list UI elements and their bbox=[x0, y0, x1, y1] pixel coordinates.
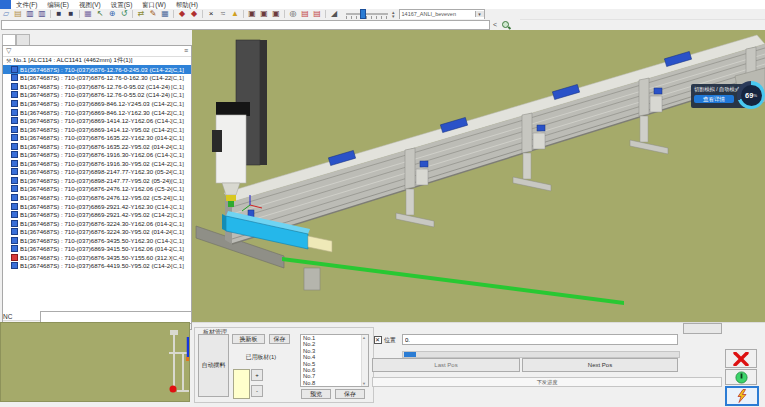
polyline-icon[interactable]: ≈ bbox=[217, 9, 229, 19]
3d-viewport[interactable]: 切割模拟 / 自动模式 查看详情 69% bbox=[192, 30, 765, 322]
position-slider[interactable] bbox=[402, 351, 680, 358]
part-row[interactable]: B1(3674687S) : 710-(037)6869-2921.42-Y95… bbox=[3, 210, 191, 219]
menu-item[interactable]: 视图(V) bbox=[74, 0, 106, 9]
zoom-view-icon[interactable]: ⊕ bbox=[106, 9, 118, 19]
part-row[interactable]: B1(3674687S) : 710-(037)6869-1414.12-Y95… bbox=[3, 125, 191, 134]
send-progress-bar: 下发进度 bbox=[372, 377, 722, 387]
part-row[interactable]: B1(3674687S) : 710-(037)6898-2147.77-Y16… bbox=[3, 168, 191, 177]
grid-table-icon[interactable]: ▦ bbox=[159, 9, 171, 19]
part-row[interactable]: B1(3674687S) : 710-(037)6869-2921.42-Y16… bbox=[3, 202, 191, 211]
part-row[interactable]: B1(3674687S) : 710-(037)6869-1414.12-Y16… bbox=[3, 116, 191, 125]
new-board-button[interactable]: 换新板 bbox=[232, 334, 265, 344]
part-row[interactable]: B1(3674687S) : 710-(037)6869-846.12-Y245… bbox=[3, 99, 191, 108]
select-region-icon[interactable]: ▦ bbox=[82, 9, 94, 19]
part-row[interactable]: B1(3674687S) : 710-(037)6876-2476.12-Y95… bbox=[3, 193, 191, 202]
part-tag: [C,1] bbox=[171, 126, 191, 133]
increase-button[interactable]: + bbox=[251, 369, 263, 381]
machine3-icon[interactable]: ▣ bbox=[270, 9, 282, 19]
position-checkbox[interactable] bbox=[374, 336, 382, 344]
menu-item[interactable]: 设置(S) bbox=[106, 0, 138, 9]
open-folder-icon[interactable]: ▤ bbox=[12, 9, 24, 19]
last-pos-button[interactable]: Last Pos bbox=[372, 358, 520, 372]
part-label: B1(3674687S) : 710-(037)6869-1414.12-Y16… bbox=[20, 117, 171, 124]
run-button[interactable] bbox=[725, 386, 759, 406]
part-row[interactable]: B1(3674687S) : 710-(037)6898-2147.77-Y95… bbox=[3, 176, 191, 185]
part-row[interactable]: B1(3674687S) : 710-(037)6876-12.76-0-162… bbox=[3, 74, 191, 83]
next-pos-button[interactable]: Next Pos bbox=[522, 358, 678, 372]
panel-dark2-icon[interactable]: ■ bbox=[65, 9, 77, 19]
part-row[interactable]: B1(3674687S) : 710-(037)6876-1916.30-Y16… bbox=[3, 150, 191, 159]
machine-selector[interactable]: 14167_ANLI_beveven ▾ bbox=[399, 9, 485, 20]
panel-dark-icon[interactable]: ■ bbox=[53, 9, 65, 19]
menu-item[interactable]: 帮助(H) bbox=[171, 0, 203, 9]
part-label: B1(3674687S) : 710-(037)6869-1414.12-Y95… bbox=[20, 126, 171, 133]
panel-tab[interactable] bbox=[2, 34, 16, 45]
part-row[interactable]: B1(3674687S) : 710-(037)6876-3435.50-Y16… bbox=[3, 236, 191, 245]
root-label: No.1 [ALC114 : ALC1141 (4462mm) 1件(1)] bbox=[13, 56, 132, 65]
command-input[interactable] bbox=[1, 20, 490, 30]
menu-item[interactable]: 编辑(E) bbox=[42, 0, 74, 9]
report-icon[interactable]: ▤ bbox=[299, 9, 311, 19]
start-button[interactable] bbox=[725, 369, 757, 385]
rotate-view-icon[interactable]: ↺ bbox=[118, 9, 130, 19]
columns-icon[interactable]: ≡ bbox=[184, 47, 188, 54]
cursor-icon[interactable]: ↖ bbox=[94, 9, 106, 19]
menu-item[interactable]: 窗口(W) bbox=[137, 0, 170, 9]
part-row[interactable]: B1(3674687S) : 710-(037)6876-4419.50-Y95… bbox=[3, 262, 191, 271]
part-row[interactable]: B1(3674687S) : 710-(037)6876-3435.50-Y15… bbox=[3, 253, 191, 262]
slider-thumb[interactable] bbox=[360, 9, 366, 19]
machine2-icon[interactable]: ▣ bbox=[258, 9, 270, 19]
part-row[interactable]: B1(3674687S) : 710-(037)6876-12.76-0-95.… bbox=[3, 82, 191, 91]
filter-icon[interactable]: ▽ bbox=[6, 47, 11, 55]
corner-icon[interactable]: ◢ bbox=[328, 9, 340, 19]
step-send-button[interactable] bbox=[683, 323, 722, 334]
auto-place-button[interactable]: 自动摆料 bbox=[198, 334, 229, 397]
part-row[interactable]: B1(3674687S) : 710-(037)6876-2476.12-Y16… bbox=[3, 185, 191, 194]
delete-icon[interactable]: × bbox=[205, 9, 217, 19]
part-row[interactable]: B1(3674687S) : 710-(037)6876-12.76-0-55.… bbox=[3, 91, 191, 100]
new-file-icon[interactable]: ▱ bbox=[0, 9, 12, 19]
board-listbox[interactable]: No.1No.2No.3No.4No.5No.6No.7No.8 bbox=[300, 334, 369, 387]
save-board-button[interactable]: 保存 bbox=[269, 334, 290, 344]
export-icon[interactable]: ▲ bbox=[229, 9, 241, 19]
spinner-control[interactable]: ▴▾ bbox=[392, 10, 395, 18]
find-icon[interactable]: ◎ bbox=[287, 9, 299, 19]
part-tag: [C,1] bbox=[171, 109, 191, 116]
machine-icon[interactable]: ▣ bbox=[246, 9, 258, 19]
report2-icon[interactable]: ▤ bbox=[311, 9, 323, 19]
preview-button[interactable]: 预览 bbox=[301, 389, 331, 399]
tree-root-node[interactable]: ⚒ No.1 [ALC114 : ALC1141 (4462mm) 1件(1)] bbox=[3, 56, 191, 65]
save-all-icon[interactable]: ▥ bbox=[36, 9, 48, 19]
part-tag: [C,1] bbox=[171, 66, 191, 73]
position-check-row: 位置 bbox=[374, 334, 400, 346]
list-scrollbar[interactable] bbox=[361, 335, 368, 386]
part-row[interactable]: B1(3674687S) : 710-(037)6869-3415.50-Y16… bbox=[3, 244, 191, 253]
speed-slider[interactable] bbox=[344, 9, 390, 19]
board-list-item[interactable]: No.8 bbox=[301, 380, 368, 386]
save-icon[interactable]: ▥ bbox=[24, 9, 36, 19]
save-list-button[interactable]: 保存 bbox=[335, 389, 365, 399]
part-row[interactable]: B1(3674687S) : 710-(037)6876-3224.30-Y16… bbox=[3, 219, 191, 228]
clamp-red-icon[interactable]: ◆ bbox=[176, 9, 188, 19]
part-row[interactable]: B1(3674687S) : 710-(037)6876-1635.22-Y16… bbox=[3, 133, 191, 142]
menu-item[interactable]: 文件(F) bbox=[11, 0, 42, 9]
search-icon[interactable] bbox=[500, 20, 512, 30]
stop-button[interactable] bbox=[725, 349, 757, 368]
measure-icon[interactable]: ⇄ bbox=[135, 9, 147, 19]
chevron-down-icon[interactable]: ▾ bbox=[475, 11, 484, 17]
edit-path-icon[interactable]: ✎ bbox=[147, 9, 159, 19]
part-row[interactable]: B1(3674687S) : 710-(037)6876-3224.30-Y95… bbox=[3, 227, 191, 236]
board-swatch[interactable] bbox=[233, 369, 250, 399]
part-label: B1(3674687S) : 710-(037)6869-2921.42-Y95… bbox=[20, 211, 171, 218]
part-cube-icon bbox=[11, 151, 18, 158]
panel-tab[interactable] bbox=[16, 34, 30, 45]
part-row[interactable]: B1(3674687S) : 710-(037)6876-12.76-0-245… bbox=[3, 65, 191, 74]
part-row[interactable]: B1(3674687S) : 710-(037)6869-846.12-Y162… bbox=[3, 108, 191, 117]
position-input[interactable] bbox=[402, 334, 678, 345]
part-row[interactable]: B1(3674687S) : 710-(037)6876-1635.22-Y95… bbox=[3, 142, 191, 151]
part-row[interactable]: B1(3674687S) : 710-(037)6876-1916.30-Y95… bbox=[3, 159, 191, 168]
overlay-detail-button[interactable]: 查看详情 bbox=[694, 95, 734, 103]
clamp-red2-icon[interactable]: ◆ bbox=[188, 9, 200, 19]
back-chevron[interactable]: < bbox=[493, 21, 497, 28]
decrease-button[interactable]: - bbox=[251, 385, 263, 397]
